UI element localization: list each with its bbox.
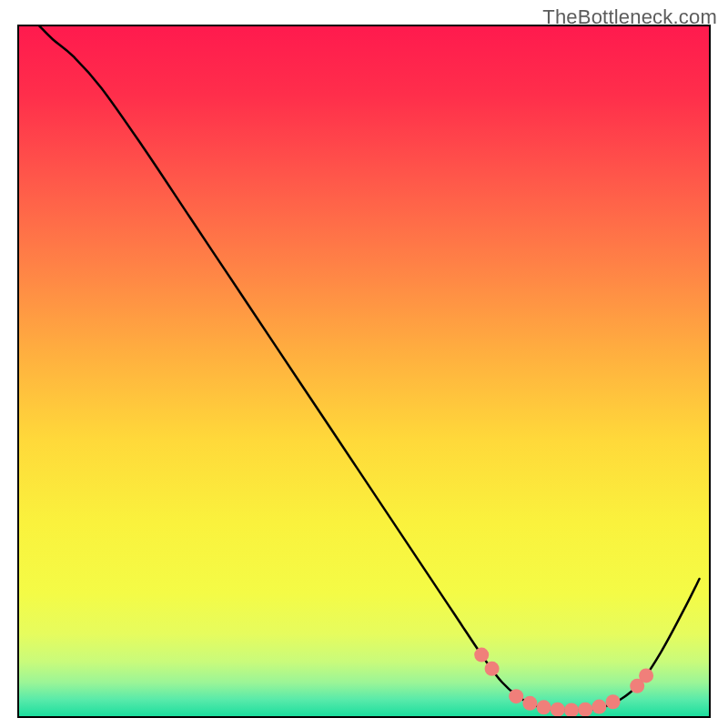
dot-highlight-dots-4 xyxy=(537,700,551,714)
dot-highlight-dots-3 xyxy=(522,696,537,711)
watermark-text: TheBottleneck.com xyxy=(542,5,717,29)
dot-highlight-dots-6 xyxy=(564,703,579,717)
dot-highlight-dots-1 xyxy=(485,662,500,676)
dot-highlight-dots-8 xyxy=(592,700,606,714)
dot-highlight-dots-11 xyxy=(639,668,653,682)
dot-highlight-dots-0 xyxy=(474,648,489,662)
chart-container: TheBottleneck.com xyxy=(0,0,728,728)
dot-highlight-dots-7 xyxy=(578,703,592,717)
gradient-background xyxy=(18,25,710,717)
plot-area xyxy=(18,25,710,717)
dot-highlight-dots-2 xyxy=(509,689,523,703)
dot-highlight-dots-5 xyxy=(551,703,565,717)
dot-highlight-dots-9 xyxy=(606,694,621,709)
chart-svg xyxy=(0,0,728,728)
